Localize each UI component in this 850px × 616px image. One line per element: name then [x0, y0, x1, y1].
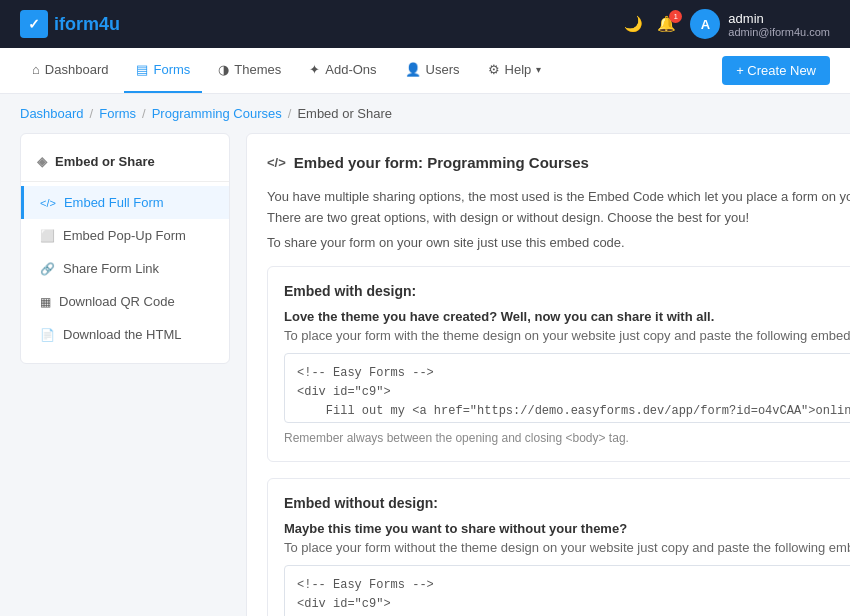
- breadcrumb-current: Embed or Share: [297, 106, 392, 121]
- help-icon: ⚙: [488, 62, 500, 77]
- bell-icon[interactable]: 🔔 1: [657, 15, 676, 33]
- embed-with-design-card: Embed with design: Love the theme you ha…: [267, 266, 850, 462]
- nav-items: ⌂ Dashboard ▤ Forms ◑ Themes ✦ Add-Ons 👤…: [20, 48, 553, 93]
- breadcrumb-sep-2: /: [142, 106, 146, 121]
- dashboard-icon: ⌂: [32, 62, 40, 77]
- embed-with-design-title: Embed with design:: [284, 283, 850, 299]
- nav-label-dashboard: Dashboard: [45, 62, 109, 77]
- user-info[interactable]: A admin admin@iform4u.com: [690, 9, 830, 39]
- avatar: A: [690, 9, 720, 39]
- sidebar-item-download-html[interactable]: 📄 Download the HTML: [21, 318, 229, 351]
- content-title-icon: </>: [267, 155, 286, 170]
- embed-full-icon: </>: [40, 197, 56, 209]
- chevron-down-icon: ▾: [536, 64, 541, 75]
- breadcrumb: Dashboard / Forms / Programming Courses …: [0, 94, 850, 133]
- embed-without-design-title: Embed without design:: [284, 495, 850, 511]
- popup-icon: ⬜: [40, 229, 55, 243]
- sidebar-item-share-form-link[interactable]: 🔗 Share Form Link: [21, 252, 229, 285]
- moon-icon[interactable]: 🌙: [624, 15, 643, 33]
- top-navigation: ✓ iform4u 🌙 🔔 1 A admin admin@iform4u.co…: [0, 0, 850, 48]
- embed-share-icon: ◈: [37, 154, 47, 169]
- logo-text: iform4u: [54, 14, 120, 35]
- users-icon: 👤: [405, 62, 421, 77]
- nav-label-forms: Forms: [153, 62, 190, 77]
- sidebar-divider: [21, 181, 229, 182]
- main-navigation: ⌂ Dashboard ▤ Forms ◑ Themes ✦ Add-Ons 👤…: [0, 48, 850, 94]
- embed-with-design-note: Remember always between the opening and …: [284, 431, 850, 445]
- qr-icon: ▦: [40, 295, 51, 309]
- nav-label-themes: Themes: [234, 62, 281, 77]
- embed-with-design-desc: To place your form with the theme design…: [284, 328, 850, 343]
- top-nav-right: 🌙 🔔 1 A admin admin@iform4u.com: [624, 9, 830, 39]
- create-new-button[interactable]: + Create New: [722, 56, 830, 85]
- nav-item-forms[interactable]: ▤ Forms: [124, 48, 202, 93]
- nav-item-users[interactable]: 👤 Users: [393, 48, 472, 93]
- embed-without-design-subtitle: Maybe this time you want to share withou…: [284, 521, 850, 536]
- forms-icon: ▤: [136, 62, 148, 77]
- notification-badge: 1: [669, 10, 682, 23]
- breadcrumb-dashboard[interactable]: Dashboard: [20, 106, 84, 121]
- intro-text: You have multiple sharing options, the m…: [267, 187, 850, 229]
- embed-without-design-desc: To place your form without the theme des…: [284, 540, 850, 555]
- sidebar-title: ◈ Embed or Share: [21, 146, 229, 177]
- logo[interactable]: ✓ iform4u: [20, 10, 120, 38]
- link-icon: 🔗: [40, 262, 55, 276]
- sidebar-item-embed-popup-form[interactable]: ⬜ Embed Pop-Up Form: [21, 219, 229, 252]
- embed-without-design-card: Embed without design: Maybe this time yo…: [267, 478, 850, 616]
- user-email: admin@iform4u.com: [728, 26, 830, 38]
- breadcrumb-sep-1: /: [90, 106, 94, 121]
- html-download-icon: 📄: [40, 328, 55, 342]
- breadcrumb-sep-3: /: [288, 106, 292, 121]
- logo-icon: ✓: [20, 10, 48, 38]
- nav-item-addons[interactable]: ✦ Add-Ons: [297, 48, 388, 93]
- share-hint: To share your form on your own site just…: [267, 235, 850, 250]
- embed-without-design-code[interactable]: <!-- Easy Forms --> <div id="c9"> Fill o…: [284, 565, 850, 616]
- nav-item-themes[interactable]: ◑ Themes: [206, 48, 293, 93]
- nav-item-help[interactable]: ⚙ Help ▾: [476, 48, 554, 93]
- themes-icon: ◑: [218, 62, 229, 77]
- nav-label-users: Users: [426, 62, 460, 77]
- embed-with-design-subtitle: Love the theme you have created? Well, n…: [284, 309, 850, 324]
- breadcrumb-forms[interactable]: Forms: [99, 106, 136, 121]
- sidebar-item-download-qr[interactable]: ▦ Download QR Code: [21, 285, 229, 318]
- nav-label-addons: Add-Ons: [325, 62, 376, 77]
- nav-label-help: Help: [505, 62, 532, 77]
- nav-item-dashboard[interactable]: ⌂ Dashboard: [20, 48, 120, 93]
- content-area: </> Embed your form: Programming Courses…: [246, 133, 850, 616]
- sidebar-item-embed-full-form[interactable]: </> Embed Full Form: [21, 186, 229, 219]
- main-layout: ◈ Embed or Share </> Embed Full Form ⬜ E…: [0, 133, 850, 616]
- content-title: </> Embed your form: Programming Courses: [267, 154, 850, 171]
- user-details: admin admin@iform4u.com: [728, 11, 830, 38]
- user-name: admin: [728, 11, 830, 26]
- embed-with-design-code[interactable]: <!-- Easy Forms --> <div id="c9"> Fill o…: [284, 353, 850, 423]
- sidebar: ◈ Embed or Share </> Embed Full Form ⬜ E…: [20, 133, 230, 364]
- breadcrumb-programming-courses[interactable]: Programming Courses: [152, 106, 282, 121]
- addons-icon: ✦: [309, 62, 320, 77]
